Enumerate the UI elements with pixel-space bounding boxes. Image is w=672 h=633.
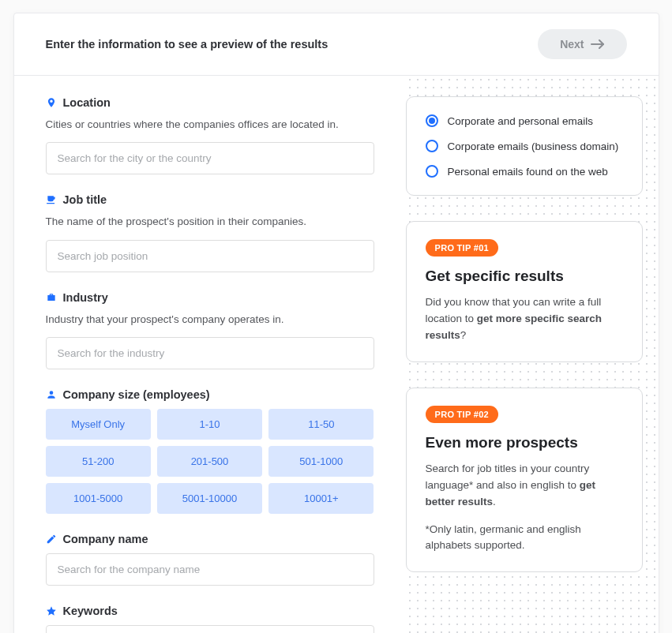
field-company-name: Company name (46, 533, 374, 586)
field-job-title: Job title The name of the prospect's pos… (46, 193, 374, 272)
radio-icon (426, 165, 438, 178)
briefcase-icon (46, 292, 57, 303)
size-option[interactable]: 10001+ (268, 483, 374, 514)
keywords-input[interactable] (46, 625, 374, 633)
radio-icon (426, 140, 438, 152)
person-icon (46, 389, 57, 400)
field-label-keywords: Keywords (46, 605, 374, 617)
tip-body: Did you know that you can write a full l… (426, 294, 623, 344)
field-desc-job-title: The name of the prospect's position in t… (46, 214, 374, 230)
field-label-job-title: Job title (46, 193, 374, 206)
card-header: Enter the information to see a preview o… (14, 13, 659, 76)
size-option[interactable]: 1-10 (157, 409, 262, 440)
email-option[interactable]: Corporate emails (business domain) (426, 140, 623, 152)
size-option[interactable]: 51-200 (46, 446, 151, 477)
location-input[interactable] (46, 142, 374, 174)
field-label-industry: Industry (46, 291, 374, 304)
star-icon (46, 605, 57, 616)
size-option[interactable]: 11-50 (268, 409, 374, 440)
field-desc-industry: Industry that your prospect's company op… (46, 312, 374, 328)
field-industry: Industry Industry that your prospect's c… (46, 291, 374, 369)
field-location: Location Cities or countries where the c… (46, 96, 374, 174)
size-option[interactable]: 501-1000 (268, 446, 374, 477)
field-keywords: Keywords (46, 605, 374, 633)
size-option[interactable]: 5001-10000 (157, 483, 262, 514)
job-title-input[interactable] (46, 240, 374, 272)
radio-icon (426, 114, 438, 127)
size-option[interactable]: Myself Only (46, 409, 151, 440)
company-size-grid: Myself Only 1-10 11-50 51-200 201-500 50… (46, 409, 374, 514)
email-option[interactable]: Corporate and personal emails (426, 114, 623, 127)
form-column: Location Cities or countries where the c… (14, 76, 406, 633)
tip-card: PRO TIP #02 Even more prospects Search f… (406, 388, 643, 573)
field-label-location: Location (46, 96, 374, 109)
email-type-card: Corporate and personal emails Corporate … (406, 96, 643, 196)
field-desc-location: Cities or countries where the companies … (46, 117, 374, 133)
page-title: Enter the information to see a preview o… (46, 38, 328, 51)
field-company-size: Company size (employees) Myself Only 1-1… (46, 388, 374, 514)
field-label-company-size: Company size (employees) (46, 388, 374, 401)
next-button[interactable]: Next (538, 29, 626, 59)
next-button-label: Next (560, 38, 584, 51)
tip-badge: PRO TIP #02 (426, 406, 499, 423)
tip-title: Even more prospects (426, 434, 623, 451)
tip-note: *Only latin, germanic and english alphab… (426, 522, 623, 555)
company-name-input[interactable] (46, 553, 374, 586)
size-option[interactable]: 201-500 (157, 446, 262, 477)
tip-title: Get specific results (426, 268, 623, 285)
tip-body: Search for job titles in your country la… (426, 461, 623, 511)
field-label-company-name: Company name (46, 533, 374, 545)
cup-icon (46, 194, 57, 205)
search-form-card: Enter the information to see a preview o… (13, 13, 659, 633)
pin-icon (46, 97, 57, 108)
tip-card: PRO TIP #01 Get specific results Did you… (406, 221, 643, 362)
email-option[interactable]: Personal emails found on the web (426, 165, 623, 178)
tip-badge: PRO TIP #01 (426, 239, 499, 257)
size-option[interactable]: 1001-5000 (46, 483, 151, 514)
card-body: Location Cities or countries where the c… (14, 76, 659, 633)
sidebar-column: Corporate and personal emails Corporate … (406, 76, 659, 633)
industry-input[interactable] (46, 337, 374, 369)
pencil-icon (46, 534, 57, 545)
arrow-right-icon (591, 39, 605, 49)
